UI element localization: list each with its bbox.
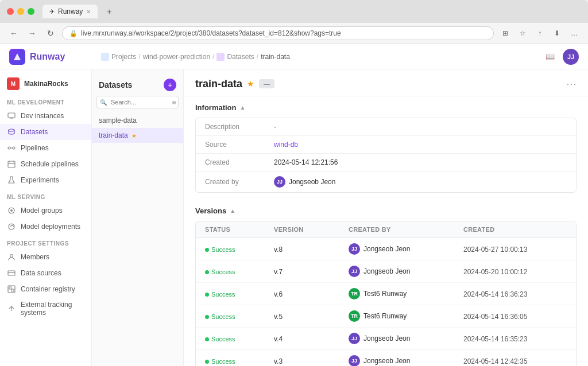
info-row-created: Created 2024-05-14 12:21:56 [196, 154, 576, 172]
datasets-icon [7, 127, 16, 137]
col-header-created: Created [463, 226, 567, 233]
svg-marker-0 [14, 53, 21, 60]
svg-rect-16 [8, 271, 15, 275]
versions-title-text: Versions [195, 207, 226, 215]
breadcrumb-train-data[interactable]: train-data [261, 53, 290, 61]
user-cell: JJ Jongseob Jeon [349, 266, 463, 277]
star-page-btn[interactable]: ☆ [516, 26, 529, 40]
minimize-dot[interactable] [17, 8, 24, 15]
sidebar-item-model-deployments[interactable]: Model deployments [0, 219, 91, 235]
sidebar-org[interactable]: M MakinaRocks [0, 74, 91, 94]
info-chevron-icon: ▲ [240, 104, 246, 111]
breadcrumb-datasets[interactable]: Datasets [227, 53, 254, 61]
dataset-star-icon[interactable]: ★ [247, 79, 254, 88]
version-text: v.7 [274, 268, 283, 276]
versions-section-title[interactable]: Versions ▲ [195, 207, 577, 215]
maximize-dot[interactable] [28, 8, 34, 15]
share-btn[interactable]: ↑ [533, 26, 547, 40]
sidebar-item-pipelines[interactable]: Pipelines [0, 140, 91, 156]
created-date: 2024-05-20 10:00:12 [463, 268, 527, 276]
sidebar-item-experiments[interactable]: Experiments [0, 172, 91, 188]
sidebar-item-data-sources[interactable]: Data sources [0, 265, 91, 281]
ml-dev-section: ML development [0, 94, 91, 108]
sidebar-item-members[interactable]: Members [0, 249, 91, 265]
tag-value: — [264, 80, 270, 87]
user-avatar[interactable]: JJ [563, 49, 579, 65]
refresh-btn[interactable]: ↻ [44, 26, 57, 40]
status-text: Success [211, 336, 235, 342]
status-text: Success [211, 358, 235, 365]
description-label: Description [205, 123, 274, 131]
sidebar-label-datasets: Datasets [21, 128, 48, 136]
download-btn[interactable]: ⬇ [550, 26, 564, 40]
versions-rows: Success v.8 JJ Jongseob Jeon 2024-05-27 … [196, 238, 576, 366]
book-btn[interactable]: 📖 [542, 49, 558, 65]
dataset-item-sample[interactable]: sample-data [92, 113, 183, 128]
sidebar-item-datasets[interactable]: Datasets [0, 124, 91, 140]
sidebar: M MakinaRocks ML development Dev instanc… [0, 69, 92, 366]
schedule-icon [7, 159, 16, 169]
status-dot [205, 270, 209, 274]
version-text: v.3 [274, 357, 283, 365]
created-by-avatar: JJ [274, 176, 285, 188]
pipelines-icon [7, 143, 16, 153]
table-row[interactable]: Success v.6 TR Test6 Runway 2024-05-14 1… [196, 283, 576, 305]
project-settings-section: Project settings [0, 235, 91, 249]
table-row[interactable]: Success v.4 JJ Jongseob Jeon 2024-05-14 … [196, 328, 576, 350]
sidebar-item-container-registry[interactable]: Container registry [0, 281, 91, 297]
close-dot[interactable] [7, 8, 14, 15]
header-actions: 📖 JJ [542, 49, 579, 65]
status-text: Success [211, 246, 235, 253]
address-bar[interactable]: 🔒 live.mrxrunway.ai/workspace/2/project/… [62, 26, 494, 40]
dataset-tag: — [259, 79, 274, 88]
browser-tab[interactable]: ✈ Runway ✕ [42, 5, 98, 18]
sidebar-item-dev-instances[interactable]: Dev instances [0, 108, 91, 124]
svg-rect-20 [11, 289, 14, 291]
container-registry-icon [7, 285, 16, 294]
table-row[interactable]: Success v.5 TR Test6 Runway 2024-05-14 1… [196, 305, 576, 328]
datasets-panel-header: Datasets + [92, 74, 183, 96]
sidebar-item-schedule-pipelines[interactable]: Schedule pipelines [0, 156, 91, 172]
datasets-search-input[interactable] [96, 96, 179, 108]
user-cell: JJ Jongseob Jeon [349, 243, 463, 255]
sidebar-label-pipelines: Pipelines [21, 144, 49, 152]
dataset-train-label: train-data [99, 131, 128, 139]
forward-btn[interactable]: → [25, 26, 39, 40]
breadcrumb-projects[interactable]: Projects [111, 53, 136, 61]
menu-btn[interactable]: … [567, 26, 581, 40]
app-name: Runway [30, 52, 65, 62]
table-row[interactable]: Success v.3 JJ Jongseob Jeon 2024-05-14 … [196, 350, 576, 366]
info-row-created-by: Created by JJ Jongseob Jeon [196, 172, 576, 192]
add-dataset-btn[interactable]: + [164, 79, 176, 91]
filter-icon[interactable]: ≡ [172, 98, 176, 107]
url-text: live.mrxrunway.ai/workspace/2/project/38… [81, 29, 341, 37]
tab-close-btn[interactable]: ✕ [86, 9, 91, 15]
back-btn[interactable]: ← [7, 26, 21, 40]
created-date: 2024-05-14 16:36:05 [463, 313, 527, 321]
table-row[interactable]: Success v.7 JJ Jongseob Jeon 2024-05-20 … [196, 260, 576, 283]
more-options-btn[interactable]: ⋯ [566, 77, 577, 90]
info-section-title[interactable]: Information ▲ [195, 103, 577, 112]
row-status: Success [205, 312, 274, 321]
dataset-name-title: train-data [195, 78, 242, 90]
sidebar-item-model-groups[interactable]: Model groups [0, 203, 91, 219]
source-link[interactable]: wind-db [274, 141, 298, 149]
main-layout: M MakinaRocks ML development Dev instanc… [0, 69, 588, 366]
created-value: 2024-05-14 12:21:56 [274, 158, 338, 166]
dataset-item-train[interactable]: train-data ★ [92, 128, 183, 143]
table-header: Status Version Created by Created [196, 221, 576, 238]
user-name: Jongseob Jeon [363, 245, 410, 253]
sidebar-item-external-tracking[interactable]: External tracking systems [0, 297, 91, 320]
description-value: - [274, 123, 276, 131]
new-tab-btn[interactable]: + [103, 6, 115, 17]
extensions-btn[interactable]: ⊞ [498, 26, 512, 40]
created-date: 2024-05-14 12:42:35 [463, 357, 527, 365]
status-dot [205, 248, 209, 252]
user-avatar-row: TR [349, 310, 360, 322]
user-avatar-row: JJ [349, 355, 360, 366]
col-header-created-by: Created by [349, 226, 463, 233]
table-row[interactable]: Success v.8 JJ Jongseob Jeon 2024-05-27 … [196, 238, 576, 260]
versions-table: Status Version Created by Created Succes… [195, 221, 577, 366]
org-name: MakinaRocks [24, 80, 68, 88]
breadcrumb-project-name[interactable]: wind-power-prediction [143, 53, 210, 61]
